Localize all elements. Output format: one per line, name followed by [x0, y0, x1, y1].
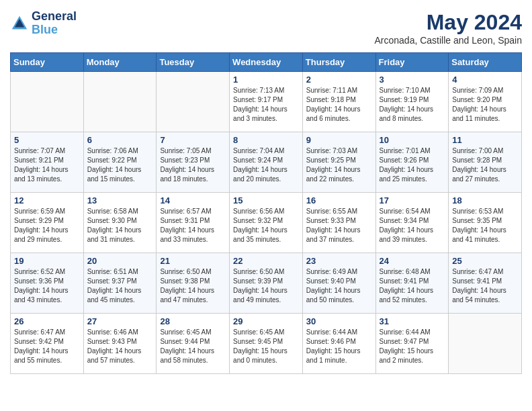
page-header: GeneralBlue May 2024 Arconada, Castille …: [10, 10, 522, 46]
weekday-saturday: Saturday: [449, 53, 522, 72]
calendar-cell: [157, 72, 230, 132]
calendar-cell: 6Sunrise: 7:06 AMSunset: 9:22 PMDaylight…: [83, 132, 157, 193]
weekday-tuesday: Tuesday: [157, 53, 230, 72]
calendar-cell: [83, 72, 157, 132]
day-info: Sunrise: 6:44 AMSunset: 9:47 PMDaylight:…: [380, 328, 445, 365]
day-number: 23: [306, 256, 372, 266]
calendar-cell: 27Sunrise: 6:46 AMSunset: 9:43 PMDayligh…: [83, 314, 157, 374]
day-number: 1: [233, 75, 299, 85]
day-number: 24: [380, 256, 445, 266]
weekday-wednesday: Wednesday: [230, 53, 303, 72]
day-info: Sunrise: 7:07 AMSunset: 9:21 PMDaylight:…: [14, 146, 80, 184]
calendar-cell: 3Sunrise: 7:10 AMSunset: 9:19 PMDaylight…: [375, 72, 449, 132]
day-number: 13: [87, 195, 153, 205]
calendar-cell: 4Sunrise: 7:09 AMSunset: 9:20 PMDaylight…: [449, 72, 522, 132]
day-number: 10: [380, 135, 445, 145]
calendar-table: SundayMondayTuesdayWednesdayThursdayFrid…: [10, 52, 522, 374]
logo-icon: [10, 14, 29, 33]
calendar-cell: 26Sunrise: 6:47 AMSunset: 9:42 PMDayligh…: [11, 314, 84, 374]
calendar-cell: 7Sunrise: 7:05 AMSunset: 9:23 PMDaylight…: [157, 132, 230, 193]
day-info: Sunrise: 6:51 AMSunset: 9:37 PMDaylight:…: [87, 267, 153, 305]
day-info: Sunrise: 7:00 AMSunset: 9:28 PMDaylight:…: [452, 146, 518, 184]
day-number: 4: [452, 75, 518, 85]
day-info: Sunrise: 6:56 AMSunset: 9:32 PMDaylight:…: [233, 207, 299, 244]
calendar-cell: 8Sunrise: 7:04 AMSunset: 9:24 PMDaylight…: [230, 132, 303, 193]
weekday-friday: Friday: [375, 53, 449, 72]
day-number: 17: [380, 195, 445, 205]
day-info: Sunrise: 6:57 AMSunset: 9:31 PMDaylight:…: [160, 207, 226, 244]
day-number: 6: [87, 135, 153, 145]
day-number: 29: [233, 316, 299, 326]
calendar-cell: 9Sunrise: 7:03 AMSunset: 9:25 PMDaylight…: [302, 132, 375, 193]
calendar-week-1: 1Sunrise: 7:13 AMSunset: 9:17 PMDaylight…: [11, 72, 522, 132]
main-title: May 2024: [375, 10, 522, 35]
calendar-body: 1Sunrise: 7:13 AMSunset: 9:17 PMDaylight…: [11, 72, 522, 374]
calendar-cell: 13Sunrise: 6:58 AMSunset: 9:30 PMDayligh…: [83, 193, 157, 253]
day-info: Sunrise: 6:52 AMSunset: 9:36 PMDaylight:…: [14, 267, 80, 305]
title-block: May 2024 Arconada, Castille and Leon, Sp…: [375, 10, 522, 46]
calendar-cell: [449, 314, 522, 374]
day-number: 28: [160, 316, 226, 326]
weekday-thursday: Thursday: [302, 53, 375, 72]
calendar-cell: 1Sunrise: 7:13 AMSunset: 9:17 PMDaylight…: [230, 72, 303, 132]
day-number: 3: [380, 75, 445, 85]
subtitle: Arconada, Castille and Leon, Spain: [375, 35, 522, 46]
day-info: Sunrise: 6:44 AMSunset: 9:46 PMDaylight:…: [306, 328, 372, 365]
day-info: Sunrise: 6:59 AMSunset: 9:29 PMDaylight:…: [14, 207, 80, 244]
calendar-week-5: 26Sunrise: 6:47 AMSunset: 9:42 PMDayligh…: [11, 314, 522, 374]
day-number: 16: [306, 195, 372, 205]
day-number: 22: [233, 256, 299, 266]
calendar-week-4: 19Sunrise: 6:52 AMSunset: 9:36 PMDayligh…: [11, 253, 522, 314]
calendar-cell: 12Sunrise: 6:59 AMSunset: 9:29 PMDayligh…: [11, 193, 84, 253]
day-number: 5: [14, 135, 80, 145]
day-number: 14: [160, 195, 226, 205]
day-info: Sunrise: 6:58 AMSunset: 9:30 PMDaylight:…: [87, 207, 153, 244]
calendar-cell: 19Sunrise: 6:52 AMSunset: 9:36 PMDayligh…: [11, 253, 84, 314]
calendar-cell: [11, 72, 84, 132]
day-info: Sunrise: 7:11 AMSunset: 9:18 PMDaylight:…: [306, 86, 372, 124]
day-number: 25: [452, 256, 518, 266]
logo: GeneralBlue: [10, 10, 77, 37]
calendar-cell: 5Sunrise: 7:07 AMSunset: 9:21 PMDaylight…: [11, 132, 84, 193]
day-info: Sunrise: 6:45 AMSunset: 9:44 PMDaylight:…: [160, 328, 226, 365]
logo-text: GeneralBlue: [32, 10, 77, 37]
day-number: 21: [160, 256, 226, 266]
day-info: Sunrise: 6:50 AMSunset: 9:38 PMDaylight:…: [160, 267, 226, 305]
calendar-cell: 11Sunrise: 7:00 AMSunset: 9:28 PMDayligh…: [449, 132, 522, 193]
calendar-cell: 10Sunrise: 7:01 AMSunset: 9:26 PMDayligh…: [375, 132, 449, 193]
day-number: 19: [14, 256, 80, 266]
day-number: 15: [233, 195, 299, 205]
calendar-cell: 17Sunrise: 6:54 AMSunset: 9:34 PMDayligh…: [375, 193, 449, 253]
calendar-week-3: 12Sunrise: 6:59 AMSunset: 9:29 PMDayligh…: [11, 193, 522, 253]
day-info: Sunrise: 6:54 AMSunset: 9:34 PMDaylight:…: [380, 207, 445, 244]
calendar-cell: 14Sunrise: 6:57 AMSunset: 9:31 PMDayligh…: [157, 193, 230, 253]
calendar-cell: 18Sunrise: 6:53 AMSunset: 9:35 PMDayligh…: [449, 193, 522, 253]
day-info: Sunrise: 6:49 AMSunset: 9:40 PMDaylight:…: [306, 267, 372, 305]
day-info: Sunrise: 6:45 AMSunset: 9:45 PMDaylight:…: [233, 328, 299, 365]
day-info: Sunrise: 6:53 AMSunset: 9:35 PMDaylight:…: [452, 207, 518, 244]
day-info: Sunrise: 7:13 AMSunset: 9:17 PMDaylight:…: [233, 86, 299, 124]
day-info: Sunrise: 6:47 AMSunset: 9:42 PMDaylight:…: [14, 328, 80, 365]
day-info: Sunrise: 6:47 AMSunset: 9:41 PMDaylight:…: [452, 267, 518, 305]
day-number: 18: [452, 195, 518, 205]
calendar-cell: 20Sunrise: 6:51 AMSunset: 9:37 PMDayligh…: [83, 253, 157, 314]
day-info: Sunrise: 7:10 AMSunset: 9:19 PMDaylight:…: [380, 86, 445, 124]
calendar-cell: 2Sunrise: 7:11 AMSunset: 9:18 PMDaylight…: [302, 72, 375, 132]
day-number: 7: [160, 135, 226, 145]
calendar-cell: 24Sunrise: 6:48 AMSunset: 9:41 PMDayligh…: [375, 253, 449, 314]
day-number: 26: [14, 316, 80, 326]
day-number: 8: [233, 135, 299, 145]
calendar-cell: 28Sunrise: 6:45 AMSunset: 9:44 PMDayligh…: [157, 314, 230, 374]
day-number: 31: [380, 316, 445, 326]
day-info: Sunrise: 7:09 AMSunset: 9:20 PMDaylight:…: [452, 86, 518, 124]
day-info: Sunrise: 7:06 AMSunset: 9:22 PMDaylight:…: [87, 146, 153, 184]
day-number: 2: [306, 75, 372, 85]
day-number: 11: [452, 135, 518, 145]
weekday-sunday: Sunday: [11, 53, 84, 72]
calendar-cell: 22Sunrise: 6:50 AMSunset: 9:39 PMDayligh…: [230, 253, 303, 314]
day-number: 9: [306, 135, 372, 145]
day-number: 12: [14, 195, 80, 205]
day-info: Sunrise: 6:55 AMSunset: 9:33 PMDaylight:…: [306, 207, 372, 244]
day-info: Sunrise: 7:04 AMSunset: 9:24 PMDaylight:…: [233, 146, 299, 184]
calendar-cell: 29Sunrise: 6:45 AMSunset: 9:45 PMDayligh…: [230, 314, 303, 374]
